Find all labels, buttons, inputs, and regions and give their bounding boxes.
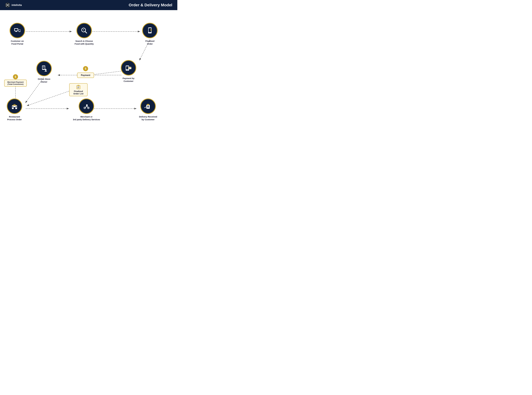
payment-box: Payment: [77, 73, 94, 78]
svg-point-38: [150, 32, 150, 33]
node-merchant-delivery: Merchant or3rd party Delivery Services: [73, 99, 100, 121]
svg-rect-25: [16, 31, 17, 32]
svg-rect-26: [15, 32, 17, 32]
svg-rect-24: [15, 29, 18, 31]
payment-customer-label: Payment byCustomer: [122, 77, 134, 83]
dollar-payment-badge: $: [83, 66, 88, 71]
restaurant-icon: [11, 103, 18, 110]
order-list-label: FinalizedOrder List: [73, 90, 83, 95]
circle-online-store: [36, 61, 52, 76]
circle-payment-customer: [121, 60, 136, 76]
svg-rect-28: [19, 30, 20, 31]
delivery-icon: [83, 103, 90, 110]
node-restaurant: RestaurantProcess Order: [7, 99, 22, 121]
restaurant-label: RestaurantProcess Order: [7, 115, 22, 121]
node-delivery-received: Delivery Receivedby Customer: [139, 99, 157, 121]
svg-point-46: [45, 69, 46, 70]
svg-line-35: [85, 31, 87, 33]
svg-rect-44: [43, 67, 44, 67]
diagram: Customer onFood Portal Search & ChooseFo…: [0, 10, 177, 132]
merchant-payment-box: Merchant Payment(Total-Commision): [4, 80, 27, 87]
logo: intelivita: [5, 3, 22, 8]
payment-label: Payment: [81, 74, 90, 76]
svg-rect-56: [16, 106, 17, 107]
node-payment-customer: Payment byCustomer: [121, 60, 136, 83]
online-store-label: Online StoreOwner: [38, 78, 50, 83]
svg-rect-52: [129, 68, 130, 69]
logo-icon: [5, 3, 10, 8]
finalized-order-icon: [146, 27, 154, 34]
logo-text: intelivita: [11, 4, 22, 7]
circle-finalized-order: [142, 23, 158, 38]
svg-point-40: [151, 30, 151, 30]
circle-restaurant: [7, 99, 22, 114]
circle-merchant-delivery: [79, 99, 94, 114]
svg-line-18: [27, 90, 72, 106]
circle-delivery-received: [140, 99, 156, 114]
svg-point-66: [86, 104, 88, 106]
payment-customer-icon: [125, 64, 132, 71]
merchant-delivery-label: Merchant or3rd party Delivery Services: [73, 115, 100, 121]
svg-rect-45: [43, 68, 44, 68]
circle-customer: [10, 23, 25, 38]
svg-rect-54: [14, 107, 15, 109]
dollar-merchant-badge: $: [13, 74, 18, 79]
delivery-received-icon: [144, 103, 152, 110]
online-store-icon: [40, 65, 48, 72]
svg-rect-55: [12, 106, 13, 107]
svg-point-61: [84, 108, 85, 108]
svg-line-17: [91, 71, 125, 75]
order-list-box: FinalizedOrder List: [69, 83, 88, 96]
customer-label: Customer onFood Portal: [11, 40, 24, 45]
merchant-payment-label: Merchant Payment(Total-Commision): [7, 81, 24, 85]
node-search: Search & ChooseFood with Quantity: [75, 23, 94, 45]
circle-search: [76, 23, 92, 38]
svg-rect-75: [78, 85, 79, 86]
finalized-order-label: FinalizedOrder: [145, 40, 154, 45]
svg-rect-43: [43, 66, 44, 67]
svg-rect-51: [128, 67, 131, 68]
svg-point-49: [127, 70, 128, 70]
customer-icon: [14, 27, 21, 34]
svg-point-31: [83, 29, 85, 31]
svg-point-29: [19, 32, 20, 32]
page-title: Order & Delivery Model: [129, 3, 172, 7]
search-label: Search & ChooseFood with Quantity: [75, 40, 94, 45]
clipboard-icon: [76, 85, 80, 89]
node-customer: Customer onFood Portal: [10, 23, 25, 45]
header: intelivita Order & Delivery Model: [0, 0, 177, 10]
node-finalized-order: FinalizedOrder: [142, 23, 158, 45]
node-online-store: Online StoreOwner: [36, 61, 52, 83]
svg-point-73: [144, 107, 145, 108]
svg-rect-37: [149, 28, 151, 32]
svg-rect-68: [147, 104, 149, 105]
delivery-received-label: Delivery Receivedby Customer: [139, 115, 157, 121]
search-food-icon: [81, 27, 88, 34]
